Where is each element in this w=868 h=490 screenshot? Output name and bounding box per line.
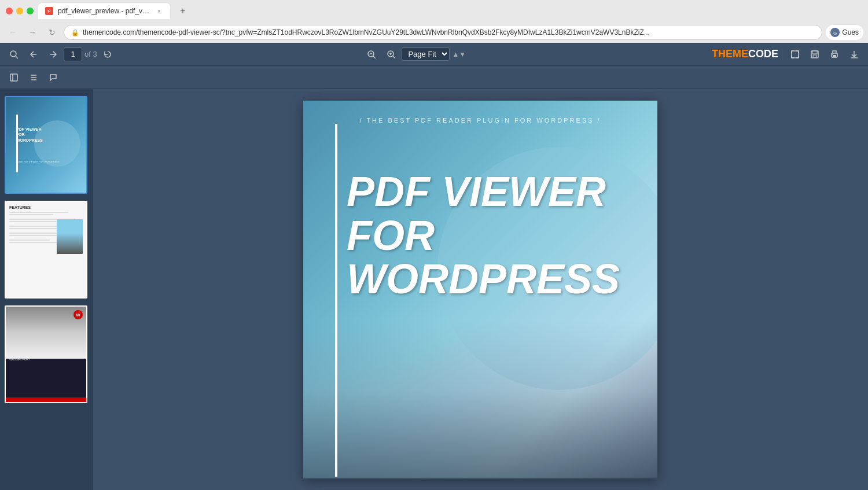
svg-line-5	[16, 56, 18, 58]
back-button[interactable]: ←	[5, 24, 21, 40]
thumb2-image	[57, 219, 83, 254]
print-icon	[830, 50, 839, 59]
toolbar-separator	[782, 49, 782, 60]
page-number-input[interactable]	[64, 47, 82, 61]
next-page-button[interactable]	[44, 45, 62, 64]
close-dot[interactable]	[6, 8, 13, 14]
minimize-dot[interactable]	[16, 8, 23, 14]
profile-area[interactable]: G Gues	[826, 25, 863, 40]
fullscreen-icon	[790, 50, 800, 59]
print-button[interactable]	[825, 45, 844, 64]
zoom-in-icon	[387, 50, 396, 59]
svg-rect-15	[792, 51, 799, 58]
title-line-1: PDF VIEWER	[347, 170, 620, 214]
annotation-icon	[49, 73, 58, 82]
list-view-button[interactable]	[24, 68, 43, 87]
browser-chrome: P pdf_viewer_preview - pdf_view... × +	[0, 0, 868, 22]
page-vertical-line	[335, 124, 337, 477]
tab-title: pdf_viewer_preview - pdf_view...	[58, 7, 150, 15]
sidebar-toggle-icon	[9, 73, 19, 82]
maximize-dot[interactable]	[27, 8, 34, 14]
title-line-2: FOR	[347, 214, 620, 258]
reload-button[interactable]: ↻	[44, 24, 60, 40]
next-page-icon	[49, 50, 57, 58]
brand-theme-text: THEME	[712, 48, 748, 60]
search-icon	[9, 50, 19, 59]
download-icon	[849, 50, 859, 59]
forward-button[interactable]: →	[24, 24, 41, 40]
download-button[interactable]	[845, 45, 863, 64]
svg-rect-24	[10, 74, 17, 81]
address-input[interactable]: 🔒 themencode.com/themencode-pdf-viewer-s…	[64, 25, 822, 40]
zoom-dropdown-arrow: ▲▼	[452, 50, 466, 58]
title-line-3: WORDPRESS	[347, 257, 620, 301]
page-content: / THE BEST PDF READER PLUGIN FOR WORDPRE…	[303, 101, 657, 478]
sidebar-toggle-button[interactable]	[5, 68, 23, 87]
tab-favicon: P	[45, 7, 53, 15]
list-view-icon	[29, 73, 38, 82]
page-main-title: PDF VIEWER FOR WORDPRESS	[347, 170, 620, 301]
prev-page-icon	[30, 50, 38, 58]
tab-close-button[interactable]: ×	[155, 7, 163, 15]
zoom-out-icon	[367, 50, 376, 59]
svg-rect-20	[833, 55, 836, 57]
page-navigation: of 3	[64, 47, 97, 61]
secondary-toolbar	[0, 66, 868, 89]
thumb3-bottom-bar	[6, 397, 86, 402]
svg-rect-18	[813, 55, 816, 57]
page-header-text: / THE BEST PDF READER PLUGIN FOR WORDPRE…	[303, 117, 657, 124]
browser-tab[interactable]: P pdf_viewer_preview - pdf_view... ×	[38, 3, 170, 19]
thumb2-title: FEATURES	[9, 205, 83, 209]
brand-code-text: CODE	[748, 48, 778, 60]
zoom-area: Page Fit 50% 75% 100% 125% 150% ▲▼	[402, 47, 466, 61]
thumb3-wp-badge: W	[73, 310, 83, 319]
save-icon	[810, 50, 819, 59]
svg-point-4	[10, 51, 16, 57]
lock-icon: 🔒	[71, 29, 79, 36]
prev-page-button[interactable]	[24, 45, 43, 64]
svg-text:G: G	[833, 31, 837, 36]
page-total-label: of 3	[84, 50, 97, 58]
thumb1-subtitle: SOME PDF VIEWER FOR WORDPRESS	[16, 160, 82, 163]
profile-icon: G	[830, 28, 840, 37]
right-toolbar-buttons	[786, 45, 863, 64]
rotate-icon	[103, 50, 112, 59]
thumbnail-sidebar: PDF VIEWERFORWORDPRESS SOME PDF VIEWER F…	[0, 89, 93, 490]
fullscreen-button[interactable]	[786, 45, 804, 64]
mountain-overlay	[303, 320, 657, 478]
pdf-page: / THE BEST PDF READER PLUGIN FOR WORDPRE…	[303, 101, 657, 478]
page-background: / THE BEST PDF READER PLUGIN FOR WORDPRE…	[303, 101, 657, 478]
address-bar-row: ← → ↻ 🔒 themencode.com/themencode-pdf-vi…	[0, 22, 868, 43]
pdf-toolbar: of 3 Page Fit 50% 75% 100% 125% 150% ▲▼ …	[0, 43, 868, 66]
thumbnail-page-3[interactable]: W WHAT ARE YOUWAITING FOR?	[5, 305, 87, 403]
svg-text:P: P	[47, 9, 51, 14]
brand-logo: THEME CODE	[712, 48, 778, 60]
thumbnail-page-1[interactable]: PDF VIEWERFORWORDPRESS SOME PDF VIEWER F…	[5, 96, 87, 194]
svg-line-14	[393, 56, 395, 58]
main-content: PDF VIEWERFORWORDPRESS SOME PDF VIEWER F…	[0, 89, 868, 490]
thumb1-title: PDF VIEWERFORWORDPRESS	[16, 127, 82, 142]
search-button[interactable]	[5, 45, 23, 64]
rotate-button[interactable]	[98, 45, 117, 64]
svg-point-21	[832, 54, 833, 55]
zoom-select[interactable]: Page Fit 50% 75% 100% 125% 150%	[402, 47, 450, 61]
thumbnail-page-2[interactable]: FEATURES	[5, 201, 87, 299]
svg-line-10	[373, 56, 376, 58]
pdf-content-area[interactable]: / THE BEST PDF READER PLUGIN FOR WORDPRE…	[93, 89, 868, 490]
profile-label: Gues	[842, 28, 859, 36]
zoom-out-button[interactable]	[362, 45, 381, 64]
window-controls	[6, 8, 34, 14]
annotation-button[interactable]	[44, 68, 62, 87]
url-text: themencode.com/themencode-pdf-viewer-sc/…	[83, 28, 815, 36]
save-button[interactable]	[806, 45, 824, 64]
zoom-in-button[interactable]	[382, 45, 400, 64]
new-tab-button[interactable]: +	[175, 3, 191, 19]
